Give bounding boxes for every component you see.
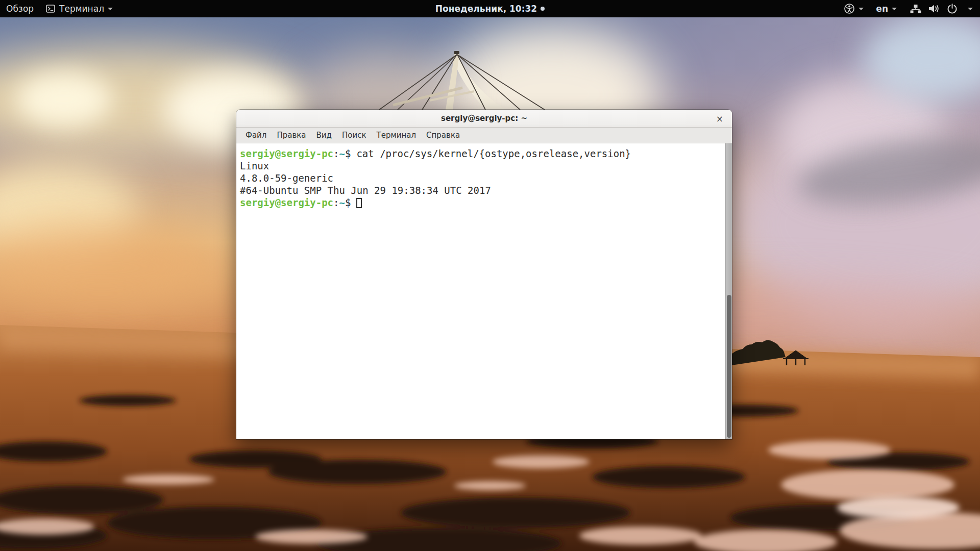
menu-view[interactable]: Вид: [311, 128, 337, 143]
caret-down-icon: [892, 8, 897, 10]
keyboard-layout-button[interactable]: en: [870, 0, 903, 17]
terminal-line-output: 4.8.0-59-generic: [240, 172, 722, 184]
caret-down-icon: [968, 8, 973, 10]
clock-button[interactable]: Понедельник, 10:32: [430, 0, 550, 17]
accessibility-menu-button[interactable]: [838, 0, 870, 17]
command-text: cat /proc/sys/kernel/{ostype,osrelease,v…: [356, 148, 631, 159]
prompt-user-host: sergiy@sergiy-pc: [240, 148, 333, 159]
menu-terminal[interactable]: Терминал: [371, 128, 421, 143]
app-menu-button[interactable]: Терминал: [40, 0, 119, 17]
menu-help[interactable]: Справка: [421, 128, 465, 143]
window-menubar: Файл Правка Вид Поиск Терминал Справка: [236, 128, 732, 143]
scrollbar-thumb[interactable]: [727, 295, 731, 438]
menu-search[interactable]: Поиск: [337, 128, 372, 143]
window-title: sergiy@sergiy-pc: ~: [441, 114, 527, 123]
window-titlebar[interactable]: sergiy@sergiy-pc: ~ ×: [236, 110, 732, 128]
menu-file[interactable]: Файл: [240, 128, 272, 143]
notification-dot-icon: [541, 7, 545, 11]
close-button[interactable]: ×: [714, 110, 725, 128]
prompt-path: ~: [339, 197, 345, 208]
volume-icon: [928, 4, 940, 14]
keyboard-layout-label: en: [876, 4, 888, 14]
activities-button[interactable]: Обзор: [0, 0, 40, 17]
terminal-icon: [46, 5, 55, 13]
network-wired-icon: [910, 4, 921, 14]
prompt-dollar: $: [345, 148, 351, 159]
prompt-path: ~: [339, 148, 345, 159]
caret-down-icon: [859, 8, 864, 10]
terminal-line-output: #64-Ubuntu SMP Thu Jun 29 19:38:34 UTC 2…: [240, 184, 722, 196]
terminal-line-command: sergiy@sergiy-pc:~$cat /proc/sys/kernel/…: [240, 147, 722, 160]
activities-label: Обзор: [6, 4, 34, 14]
prompt-separator: :: [333, 197, 339, 208]
terminal-line-output: Linux: [240, 160, 722, 172]
prompt-user-host: sergiy@sergiy-pc: [240, 197, 333, 208]
clock-label: Понедельник, 10:32: [435, 4, 537, 14]
terminal-scrollbar[interactable]: [725, 143, 732, 439]
system-menu-button[interactable]: [903, 0, 980, 17]
accessibility-icon: [844, 3, 855, 14]
terminal-cursor: [356, 198, 362, 208]
terminal-content[interactable]: sergiy@sergiy-pc:~$cat /proc/sys/kernel/…: [236, 143, 732, 439]
prompt-separator: :: [333, 148, 339, 159]
caret-down-icon: [108, 8, 113, 10]
top-bar: Обзор Терминал Понедельник, 10:32: [0, 0, 980, 17]
power-icon: [947, 4, 958, 14]
prompt-dollar: $: [345, 197, 351, 208]
terminal-window: sergiy@sergiy-pc: ~ × Файл Правка Вид По…: [236, 110, 732, 439]
terminal-line-prompt: sergiy@sergiy-pc:~$: [240, 196, 722, 209]
app-menu-label: Терминал: [59, 4, 104, 14]
sailboat-mast: [379, 51, 545, 110]
menu-edit[interactable]: Правка: [272, 128, 311, 143]
